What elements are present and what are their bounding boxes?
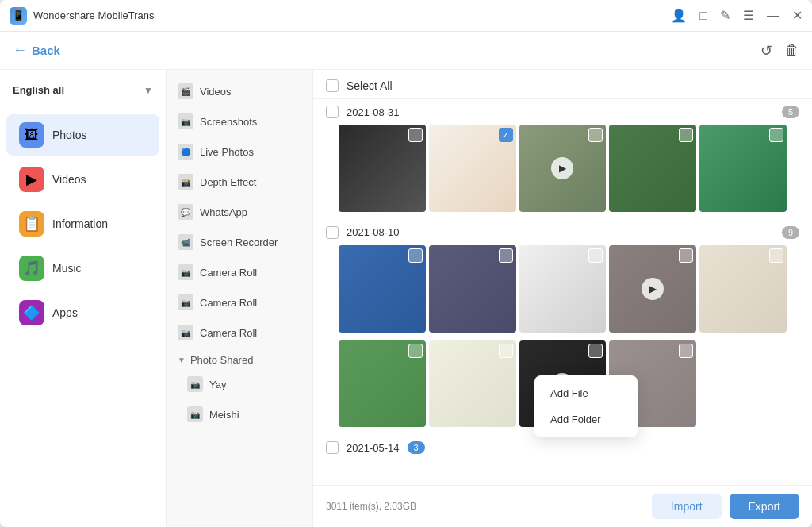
sub-header: ← Back ↺ 🗑 [0, 32, 812, 70]
videos-icon: ▶ [19, 167, 44, 192]
photo-checkbox[interactable] [408, 248, 423, 263]
photo-checkbox[interactable] [408, 344, 423, 358]
photo-checkbox[interactable] [679, 344, 693, 358]
photo-cell[interactable] [339, 125, 426, 212]
add-folder-item[interactable]: Add Folder [534, 406, 638, 433]
photo-checkbox[interactable] [769, 128, 783, 142]
dropdown-arrow-icon: ▼ [144, 85, 153, 96]
date-checkbox-3[interactable] [326, 441, 339, 454]
camera-roll-2-label: Camera Roll [200, 297, 257, 309]
select-all-checkbox[interactable] [326, 79, 339, 92]
photo-checkbox[interactable] [499, 248, 513, 263]
whatsapp-icon: 💬 [178, 204, 193, 220]
menu-icon[interactable]: ☰ [743, 10, 754, 22]
photo-grid-2a: ▶ [326, 245, 799, 340]
mid-item-screenshots[interactable]: 📷 Screenshots [167, 106, 312, 137]
photos-icon: 🖼 [19, 122, 44, 148]
camera-roll-1-icon: 📷 [178, 264, 193, 280]
select-all-label[interactable]: Select All [347, 79, 393, 92]
window-controls: 👤 □ ✎ ☰ — ✕ [671, 10, 802, 22]
content-header: Select All [313, 70, 812, 99]
photo-cell[interactable] [699, 125, 787, 212]
triangle-icon: ▼ [178, 356, 186, 364]
app-window: 📱 Wondershare MobileTrans 👤 □ ✎ ☰ — ✕ ← … [0, 0, 812, 527]
photo-checkbox[interactable] [588, 128, 603, 142]
sidebar-item-photos[interactable]: 🖼 Photos [6, 114, 159, 156]
import-button[interactable]: Import [652, 494, 722, 519]
date-row-1: 2021-08-31 5 [326, 106, 799, 118]
edit-icon[interactable]: ✎ [720, 10, 730, 22]
photo-shared-label: Photo Shared [190, 354, 254, 366]
mid-item-camera-roll-2[interactable]: 📷 Camera Roll [167, 287, 312, 317]
information-icon: 📋 [19, 211, 44, 237]
mid-item-camera-roll-3[interactable]: 📷 Camera Roll [167, 317, 312, 348]
add-file-item[interactable]: Add File [534, 380, 638, 406]
main-layout: English all ▼ 🖼 Photos ▶ Videos 📋 Inform… [0, 70, 812, 527]
photo-cell[interactable]: ▶ [609, 245, 696, 333]
photo-cell[interactable] [519, 245, 607, 333]
photo-cell[interactable] [609, 125, 696, 212]
meishi-label: Meishi [209, 409, 239, 421]
photo-checkbox[interactable] [408, 128, 423, 142]
screen-recorder-label: Screen Recorder [200, 237, 278, 248]
minimize-button[interactable]: — [767, 10, 779, 22]
date-section-1: 2021-08-31 5 ✓ ▶ [313, 99, 812, 220]
yay-label: Yay [209, 379, 226, 390]
screenshots-label: Screenshots [200, 116, 257, 128]
device-selector[interactable]: English all ▼ [0, 78, 166, 106]
sidebar-item-apps[interactable]: 🔷 Apps [6, 292, 159, 333]
play-icon: ▶ [642, 278, 664, 300]
date-checkbox-2[interactable] [326, 226, 339, 239]
play-icon: ▶ [551, 157, 573, 179]
date-section-3: 2021-05-14 3 [313, 435, 812, 454]
content-footer: 3011 item(s), 2.03GB Import Export [313, 485, 812, 527]
back-arrow-icon: ← [13, 42, 27, 59]
app-title: Wondershare MobileTrans [33, 10, 671, 21]
photo-cell[interactable] [339, 245, 426, 333]
photo-cell[interactable] [429, 340, 516, 428]
photo-checkbox[interactable] [499, 344, 513, 358]
user-icon[interactable]: 👤 [671, 10, 687, 22]
photo-checkbox[interactable] [588, 248, 603, 263]
date-checkbox-1[interactable] [326, 106, 339, 118]
date-count-1: 5 [782, 106, 799, 118]
videos-mid-label: Videos [200, 86, 232, 98]
photo-cell[interactable]: ✓ [429, 125, 516, 212]
photo-checkbox[interactable] [679, 128, 693, 142]
live-photos-icon: 🔵 [178, 144, 193, 160]
close-button[interactable]: ✕ [792, 10, 802, 22]
whatsapp-label: WhatsApp [200, 206, 247, 218]
photo-cell[interactable] [339, 340, 426, 428]
mid-item-yay[interactable]: 📷 Yay [167, 369, 312, 399]
content-area: Select All 2021-08-31 5 [313, 70, 812, 527]
delete-icon[interactable]: 🗑 [785, 42, 799, 60]
photo-cell[interactable] [699, 245, 787, 333]
mid-item-depth-effect[interactable]: 📸 Depth Effect [167, 167, 312, 197]
mid-item-videos[interactable]: 🎬 Videos [167, 76, 312, 106]
app-icon: 📱 [10, 7, 27, 25]
sidebar-item-information[interactable]: 📋 Information [6, 203, 159, 244]
photo-checkbox[interactable] [679, 248, 693, 263]
photo-checkbox[interactable] [769, 248, 783, 263]
photo-checkbox[interactable] [588, 344, 603, 358]
export-button[interactable]: Export [730, 494, 799, 519]
back-button[interactable]: ← Back [13, 42, 60, 59]
sidebar-item-music[interactable]: 🎵 Music [6, 248, 159, 289]
back-label: Back [32, 44, 60, 57]
photo-checkbox[interactable]: ✓ [499, 128, 513, 142]
mid-item-meishi[interactable]: 📷 Meishi [167, 399, 312, 429]
music-icon: 🎵 [19, 256, 44, 281]
date-row-2: 2021-08-10 9 [326, 226, 799, 239]
photo-cell[interactable]: ▶ [519, 125, 607, 212]
sidebar-item-videos[interactable]: ▶ Videos [6, 159, 159, 200]
square-icon[interactable]: □ [699, 10, 707, 22]
mid-item-whatsapp[interactable]: 💬 WhatsApp [167, 197, 312, 227]
photo-cell[interactable] [429, 245, 516, 333]
camera-roll-2-icon: 📷 [178, 294, 193, 310]
mid-item-live-photos[interactable]: 🔵 Live Photos [167, 137, 312, 167]
date-count-2: 9 [782, 226, 799, 239]
mid-item-screen-recorder[interactable]: 📹 Screen Recorder [167, 227, 312, 257]
undo-icon[interactable]: ↺ [760, 42, 772, 60]
mid-sidebar: 🎬 Videos 📷 Screenshots 🔵 Live Photos 📸 D… [167, 70, 313, 527]
mid-item-camera-roll-1[interactable]: 📷 Camera Roll [167, 257, 312, 287]
